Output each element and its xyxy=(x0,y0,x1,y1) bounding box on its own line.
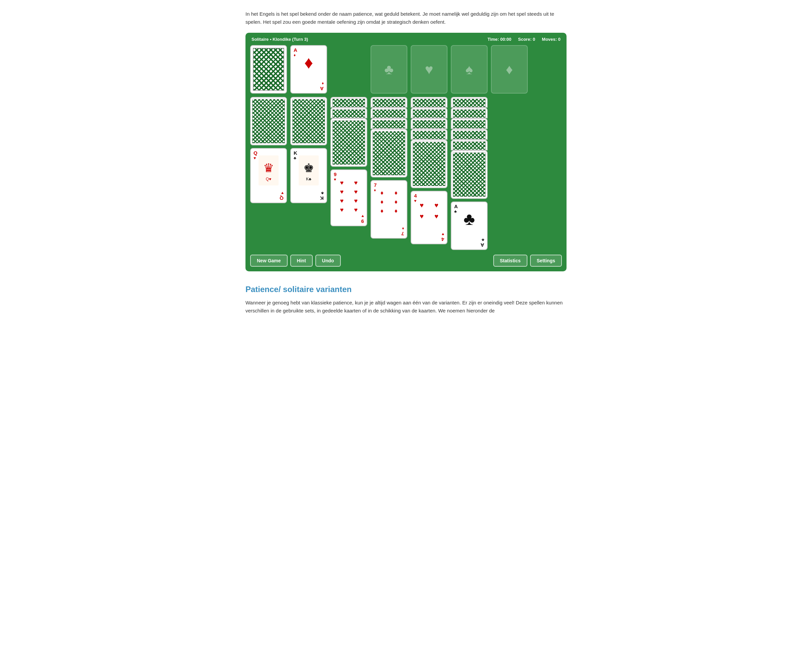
foundation-hearts[interactable]: ♥ xyxy=(411,45,447,94)
col2-stack xyxy=(290,97,327,146)
col3-fd3[interactable] xyxy=(331,118,367,167)
undo-button[interactable]: Undo xyxy=(315,255,341,267)
game-area: A ♦ ♦ A ♦ ♣ ♥ ♠ ♦ xyxy=(250,45,562,250)
foundation-diamonds[interactable]: ♦ xyxy=(491,45,528,94)
waste-pile-card[interactable]: A ♦ ♦ A ♦ xyxy=(290,45,327,94)
game-title: Solitaire • Klondike (Turn 3) xyxy=(251,37,308,42)
four-hearts-card[interactable]: 4 ♥ ♥ ♥ ♥ ♥ 4 ♥ xyxy=(411,191,447,244)
card-rank-bottom: A xyxy=(320,86,324,91)
svg-text:Q♥: Q♥ xyxy=(266,177,271,181)
col4-fd4[interactable] xyxy=(371,129,407,178)
game-header: Solitaire • Klondike (Turn 3) Time: 00:0… xyxy=(250,37,562,42)
col4-stack xyxy=(371,97,407,178)
new-game-button[interactable]: New Game xyxy=(250,255,288,267)
queen-hearts-card[interactable]: Q ♥ ♛ Q♥ Q ♥ xyxy=(250,148,287,203)
ace-clubs-card[interactable]: A ♣ ♣ A ♣ xyxy=(451,202,488,250)
col4-fd2[interactable] xyxy=(371,108,407,118)
statistics-button[interactable]: Statistics xyxy=(493,255,527,267)
col1-stack xyxy=(250,97,287,146)
moves-display: Moves: 0 xyxy=(542,37,561,42)
seven-diamonds-card[interactable]: 7 ♦ ♦ ♦ ♦ ♦ ♦ ♦ 7 ♦ xyxy=(371,180,407,239)
card-suit-small: ♦ xyxy=(293,53,296,57)
top-row: A ♦ ♦ A ♦ ♣ ♥ ♠ ♦ xyxy=(250,45,562,94)
intro-text: In het Engels is het spel bekend onder d… xyxy=(245,10,567,26)
foundation-spades[interactable]: ♠ xyxy=(451,45,488,94)
col4-fd1[interactable] xyxy=(371,97,407,108)
tableau-col-4: 7 ♦ ♦ ♦ ♦ ♦ ♦ ♦ 7 ♦ xyxy=(371,97,407,239)
col4-fd3[interactable] xyxy=(371,118,407,129)
col3-fd2[interactable] xyxy=(331,108,367,118)
king-face-svg: ♚ K♣ xyxy=(297,154,320,187)
time-display: Time: 00:00 xyxy=(488,37,511,42)
tableau-col-5: 4 ♥ ♥ ♥ ♥ ♥ 4 ♥ xyxy=(411,97,447,244)
col6-stack xyxy=(451,97,488,199)
tableau-col-2: K ♣ ♚ K♣ K ♣ xyxy=(290,97,327,203)
left-buttons: New Game Hint Undo xyxy=(250,255,341,267)
card-suit-bottom: ♦ xyxy=(322,82,324,86)
tableau-col-3: 9 ♥ ♥ ♥ ♥ ♥ ♥ ♥ ♥ ♥ 9 ♥ xyxy=(331,97,367,226)
col2-facedown[interactable] xyxy=(290,97,327,146)
settings-button[interactable]: Settings xyxy=(530,255,562,267)
section-title: Patience/ solitaire varianten xyxy=(245,285,567,294)
hint-button[interactable]: Hint xyxy=(290,255,313,267)
col3-fd1[interactable] xyxy=(331,97,367,108)
col5-stack xyxy=(411,97,447,188)
foundation-clubs[interactable]: ♣ xyxy=(371,45,407,94)
bottom-row: Q ♥ ♛ Q♥ Q ♥ xyxy=(250,97,562,250)
tableau-col-1: Q ♥ ♛ Q♥ Q ♥ xyxy=(250,97,287,203)
stock-pile[interactable] xyxy=(250,45,287,94)
game-stats: Time: 00:00 Score: 0 Moves: 0 xyxy=(488,37,561,42)
svg-text:K♣: K♣ xyxy=(306,177,311,181)
card-rank: A xyxy=(293,47,297,52)
game-container: Solitaire • Klondike (Turn 3) Time: 00:0… xyxy=(245,33,567,271)
col3-stack xyxy=(331,97,367,167)
tableau-col-6: A ♣ ♣ A ♣ xyxy=(451,97,488,250)
game-buttons: New Game Hint Undo Statistics Settings xyxy=(250,255,562,267)
king-clubs-card[interactable]: K ♣ ♚ K♣ K ♣ xyxy=(290,148,327,203)
nine-hearts-card[interactable]: 9 ♥ ♥ ♥ ♥ ♥ ♥ ♥ ♥ ♥ 9 ♥ xyxy=(331,170,367,226)
right-buttons: Statistics Settings xyxy=(493,255,562,267)
outro-text: Wanneer je genoeg hebt van klassieke pat… xyxy=(245,299,567,315)
spacer xyxy=(331,45,367,94)
queen-face-svg: ♛ Q♥ xyxy=(257,154,280,187)
svg-text:♚: ♚ xyxy=(303,161,314,175)
col1-facedown[interactable] xyxy=(250,97,287,146)
svg-text:♛: ♛ xyxy=(263,161,274,175)
score-display: Score: 0 xyxy=(518,37,535,42)
